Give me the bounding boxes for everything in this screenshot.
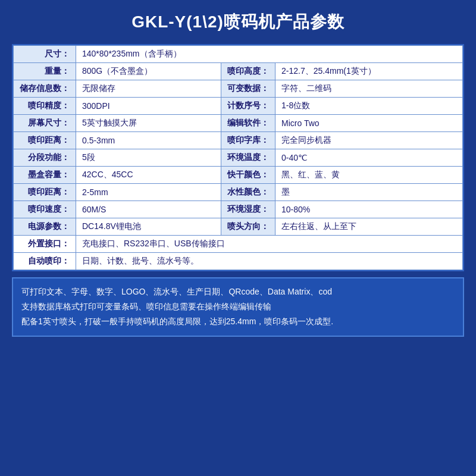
left-value-2: 300DPI (76, 98, 221, 115)
size-row: 尺寸： 140*80*235mm（含手柄） (14, 46, 463, 63)
auto-row: 自动喷印： 日期、计数、批号、流水号等。 (14, 253, 463, 270)
left-label-9: 电源参数： (14, 218, 76, 236)
table-row: 电源参数： DC14.8V锂电池 喷头方向： 左右往返、从上至下 (14, 218, 463, 236)
external-value: 充电接口、RS232串口、USB传输接口 (76, 236, 463, 253)
auto-label: 自动喷印： (14, 253, 76, 270)
left-label-8: 喷印速度： (14, 201, 76, 218)
table-row: 喷印距离： 2-5mm 水性颜色： 墨 (14, 184, 463, 201)
table-row: 储存信息数： 无限储存 可变数据： 字符、二维码 (14, 80, 463, 98)
table-row: 重量： 800G（不含墨盒） 喷印高度： 2-12.7、25.4mm(1英寸） (14, 63, 463, 80)
right-value-8: 10-80% (275, 201, 463, 218)
left-label-7: 喷印距离： (14, 184, 76, 201)
right-value-3: Micro Two (275, 115, 463, 132)
desc-line-1: 支持数据库格式打印可变量条码、喷印信息需要在操作终端编辑传输 (21, 299, 455, 314)
description-block: 可打印文本、字母、数字、LOGO、流水号、生产日期、QRcode、Data Ma… (12, 277, 464, 337)
left-label-4: 喷印距离： (14, 132, 76, 149)
left-value-4: 0.5-3mm (76, 132, 221, 149)
table-row: 喷印距离： 0.5-3mm 喷印字库： 完全同步机器 (14, 132, 463, 149)
desc-line-0: 可打印文本、字母、数字、LOGO、流水号、生产日期、QRcode、Data Ma… (21, 284, 455, 299)
left-label-3: 屏幕尺寸： (14, 115, 76, 132)
right-label-4: 喷印字库： (221, 132, 275, 149)
left-value-0: 800G（不含墨盒） (76, 63, 221, 80)
size-value: 140*80*235mm（含手柄） (76, 46, 463, 63)
right-value-9: 左右往返、从上至下 (275, 218, 463, 236)
right-label-6: 快干颜色： (221, 167, 275, 184)
table-row: 分段功能： 5段 环境温度： 0-40℃ (14, 149, 463, 167)
left-label-2: 喷印精度： (14, 98, 76, 115)
params-table-wrapper: 尺寸： 140*80*235mm（含手柄） 重量： 800G（不含墨盒） 喷印高… (12, 44, 464, 271)
left-value-7: 2-5mm (76, 184, 221, 201)
page-title: GKL-Y(1\2)喷码机产品参数 (131, 11, 345, 33)
left-value-8: 60M/S (76, 201, 221, 218)
left-value-9: DC14.8V锂电池 (76, 218, 221, 236)
right-value-6: 黑、红、蓝、黄 (275, 167, 463, 184)
table-row: 屏幕尺寸： 5英寸触摸大屏 编辑软件： Micro Two (14, 115, 463, 132)
left-value-3: 5英寸触摸大屏 (76, 115, 221, 132)
table-row: 喷印速度： 60M/S 环境湿度： 10-80% (14, 201, 463, 218)
right-label-2: 计数序号： (221, 98, 275, 115)
right-label-0: 喷印高度： (221, 63, 275, 80)
left-label-6: 墨盒容量： (14, 167, 76, 184)
external-label: 外置接口： (14, 236, 76, 253)
params-table: 尺寸： 140*80*235mm（含手柄） 重量： 800G（不含墨盒） 喷印高… (13, 45, 463, 270)
right-value-4: 完全同步机器 (275, 132, 463, 149)
left-value-5: 5段 (76, 149, 221, 167)
external-row: 外置接口： 充电接口、RS232串口、USB传输接口 (14, 236, 463, 253)
table-row: 喷印精度： 300DPI 计数序号： 1-8位数 (14, 98, 463, 115)
right-label-9: 喷头方向： (221, 218, 275, 236)
right-value-7: 墨 (275, 184, 463, 201)
left-label-1: 储存信息数： (14, 80, 76, 98)
right-value-5: 0-40℃ (275, 149, 463, 167)
right-value-0: 2-12.7、25.4mm(1英寸） (275, 63, 463, 80)
right-value-1: 字符、二维码 (275, 80, 463, 98)
desc-line-2: 配备1英寸喷头，打破一般手持喷码机的高度局限，达到25.4mm，喷印条码一次成型… (21, 314, 455, 329)
left-value-6: 42CC、45CC (76, 167, 221, 184)
right-label-1: 可变数据： (221, 80, 275, 98)
right-label-7: 水性颜色： (221, 184, 275, 201)
right-label-3: 编辑软件： (221, 115, 275, 132)
table-row: 墨盒容量： 42CC、45CC 快干颜色： 黑、红、蓝、黄 (14, 167, 463, 184)
left-label-0: 重量： (14, 63, 76, 80)
size-label: 尺寸： (14, 46, 76, 63)
left-label-5: 分段功能： (14, 149, 76, 167)
auto-value: 日期、计数、批号、流水号等。 (76, 253, 463, 270)
right-value-2: 1-8位数 (275, 98, 463, 115)
left-value-1: 无限储存 (76, 80, 221, 98)
right-label-8: 环境湿度： (221, 201, 275, 218)
right-label-5: 环境温度： (221, 149, 275, 167)
